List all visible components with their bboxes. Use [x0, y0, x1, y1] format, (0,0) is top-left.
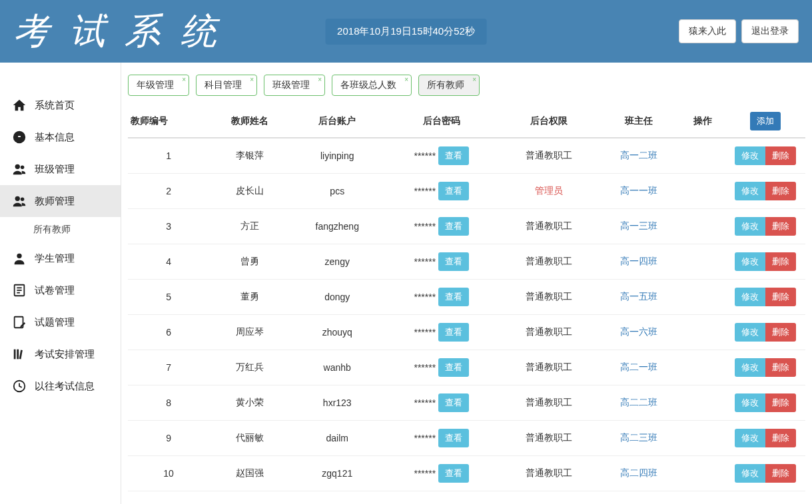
cell-id: 9 — [128, 421, 209, 456]
edit-button[interactable]: 修改 — [735, 393, 765, 412]
sidebar-item-student-manage[interactable]: 学生管理 — [0, 242, 121, 274]
sidebar-item-label: 试题管理 — [35, 316, 75, 329]
logout-button[interactable]: 退出登录 — [741, 19, 799, 43]
sidebar-item-label: 学生管理 — [35, 252, 75, 265]
delete-button[interactable]: 删除 — [765, 358, 796, 377]
close-icon[interactable]: × — [182, 77, 186, 83]
clock-icon — [12, 379, 27, 393]
student-icon — [12, 251, 27, 266]
cell-headclass: 高二四班 — [598, 456, 679, 491]
teacher-table: 教师编号 教师姓名 后台账户 后台密码 后台权限 班主任 操作 添加 1 李银萍… — [128, 105, 805, 491]
svg-rect-14 — [19, 350, 23, 359]
cell-name: 赵国强 — [209, 456, 290, 491]
tab-grade-manage[interactable]: 年级管理 × — [128, 75, 189, 96]
password-mask: ****** — [414, 150, 436, 161]
add-button[interactable]: 添加 — [750, 112, 781, 130]
cell-role: 普通教职工 — [499, 138, 598, 174]
view-password-button[interactable]: 查看 — [438, 182, 469, 200]
col-password: 后台密码 — [384, 105, 499, 138]
origin-button[interactable]: 猿来入此 — [679, 19, 736, 43]
edit-button[interactable]: 修改 — [735, 323, 765, 342]
delete-button[interactable]: 删除 — [765, 146, 796, 165]
cell-headclass: 高一三班 — [598, 209, 679, 244]
sidebar-item-label: 以往考试信息 — [35, 380, 95, 393]
cell-action-spacer — [679, 280, 725, 315]
headclass-link[interactable]: 高二四班 — [620, 467, 657, 478]
view-password-button[interactable]: 查看 — [438, 429, 469, 447]
sidebar-item-question-manage[interactable]: 试题管理 — [0, 306, 121, 338]
cell-account: pcs — [290, 174, 384, 209]
cell-action: 修改 删除 — [725, 280, 805, 315]
cell-account: zengy — [290, 244, 384, 280]
table-row: 10 赵国强 zgq121 ****** 查看 普通教职工 高二四班 修改 删除 — [128, 456, 805, 491]
close-icon[interactable]: × — [250, 77, 254, 83]
view-password-button[interactable]: 查看 — [438, 288, 469, 306]
view-password-button[interactable]: 查看 — [438, 323, 469, 342]
sidebar-subitem-all-teachers[interactable]: 所有教师 — [0, 217, 121, 242]
headclass-link[interactable]: 高一四班 — [620, 256, 657, 266]
delete-button[interactable]: 删除 — [765, 464, 796, 483]
cell-password: ****** 查看 — [384, 456, 499, 491]
home-icon — [12, 98, 27, 113]
tab-class-manage[interactable]: 班级管理 × — [264, 75, 325, 96]
sidebar-item-paper-manage[interactable]: 试卷管理 — [0, 274, 121, 306]
edit-button[interactable]: 修改 — [735, 464, 765, 483]
cell-name: 周应琴 — [209, 315, 290, 350]
cell-headclass: 高一二班 — [598, 138, 679, 174]
view-password-button[interactable]: 查看 — [438, 393, 469, 412]
sidebar-item-exam-schedule[interactable]: 考试安排管理 — [0, 338, 121, 370]
tab-class-totals[interactable]: 各班级总人数 × — [332, 75, 412, 96]
headclass-link[interactable]: 高一二班 — [620, 150, 657, 160]
cell-action-spacer — [679, 385, 725, 421]
cell-headclass: 高二一班 — [598, 350, 679, 385]
view-password-button[interactable]: 查看 — [438, 217, 469, 236]
cell-id: 8 — [128, 385, 209, 421]
delete-button[interactable]: 删除 — [765, 182, 796, 200]
edit-button[interactable]: 修改 — [735, 146, 765, 165]
info-circle-icon — [12, 130, 27, 144]
view-password-button[interactable]: 查看 — [438, 146, 469, 165]
view-password-button[interactable]: 查看 — [438, 358, 469, 377]
close-icon[interactable]: × — [404, 77, 408, 83]
cell-action: 修改 删除 — [725, 350, 805, 385]
cell-role: 普通教职工 — [499, 456, 598, 491]
headclass-link[interactable]: 高一三班 — [620, 220, 657, 231]
delete-button[interactable]: 删除 — [765, 393, 796, 412]
table-row: 4 曾勇 zengy ****** 查看 普通教职工 高一四班 修改 删除 — [128, 244, 805, 280]
close-icon[interactable]: × — [318, 77, 322, 83]
delete-button[interactable]: 删除 — [765, 217, 796, 236]
headclass-link[interactable]: 高一一班 — [620, 185, 657, 196]
delete-button[interactable]: 删除 — [765, 252, 796, 271]
headclass-link[interactable]: 高二一班 — [620, 362, 657, 372]
headclass-link[interactable]: 高二二班 — [620, 397, 657, 407]
sidebar-item-label: 试卷管理 — [35, 284, 75, 297]
edit-button[interactable]: 修改 — [735, 429, 765, 447]
edit-button[interactable]: 修改 — [735, 288, 765, 306]
edit-button[interactable]: 修改 — [735, 182, 765, 200]
headclass-link[interactable]: 高一五班 — [620, 291, 657, 302]
edit-button[interactable]: 修改 — [735, 252, 765, 271]
delete-button[interactable]: 删除 — [765, 429, 796, 447]
sidebar-item-basic-info[interactable]: 基本信息 — [0, 121, 121, 153]
cell-id: 1 — [128, 138, 209, 174]
edit-button[interactable]: 修改 — [735, 358, 765, 377]
sidebar-item-home[interactable]: 系统首页 — [0, 89, 121, 121]
cell-name: 方正 — [209, 209, 290, 244]
app-logo: 考 试 系 统 — [13, 7, 222, 56]
view-password-button[interactable]: 查看 — [438, 464, 469, 483]
tab-subject-manage[interactable]: 科目管理 × — [196, 75, 257, 96]
edit-button[interactable]: 修改 — [735, 217, 765, 236]
sidebar-item-past-exams[interactable]: 以往考试信息 — [0, 370, 121, 402]
sidebar-item-teacher-manage[interactable]: 教师管理 — [0, 185, 121, 217]
cell-id: 10 — [128, 456, 209, 491]
cell-account: zgq121 — [290, 456, 384, 491]
close-icon[interactable]: × — [472, 77, 476, 83]
tab-all-teachers[interactable]: 所有教师 × — [418, 75, 480, 96]
headclass-link[interactable]: 高二三班 — [620, 432, 657, 443]
delete-button[interactable]: 删除 — [765, 288, 796, 306]
sidebar-item-class-manage[interactable]: 班级管理 — [0, 153, 121, 185]
delete-button[interactable]: 删除 — [765, 323, 796, 342]
password-mask: ****** — [414, 362, 436, 373]
view-password-button[interactable]: 查看 — [438, 252, 469, 271]
headclass-link[interactable]: 高一六班 — [620, 326, 657, 337]
